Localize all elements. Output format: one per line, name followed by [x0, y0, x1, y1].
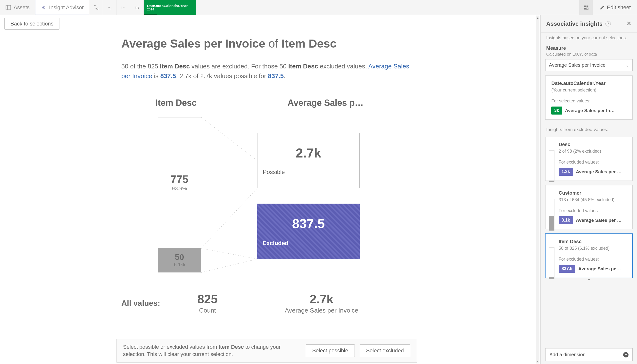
assets-button[interactable]: Assets: [0, 0, 35, 15]
select-excluded-button[interactable]: Select excluded: [360, 344, 410, 357]
selection-chip-field: Date.autoCalendar.Year: [147, 4, 193, 8]
insight-card-item-desc[interactable]: Item Desc 50 of 825 (6.1% excluded) For …: [545, 234, 633, 278]
all-values-count-label: Count: [176, 307, 239, 314]
insight-card-customer[interactable]: Customer 313 of 684 (45.8% excluded) For…: [545, 185, 633, 229]
insight-label: Insight Advisor: [49, 4, 84, 11]
add-dimension-button[interactable]: Add a dimension +: [545, 348, 633, 361]
svg-line-6: [98, 9, 98, 10]
excluded-measure-label: Excluded: [262, 240, 354, 246]
all-values-label: All values:: [121, 299, 176, 308]
insight-card-sub: 313 of 684 (45.8% excluded): [558, 197, 628, 202]
selection-card-metric: Average Sales per In…: [565, 108, 615, 113]
svg-rect-25: [549, 277, 554, 279]
add-dimension-label: Add a dimension: [550, 352, 586, 358]
close-panel-button[interactable]: ✕: [626, 20, 632, 28]
breakdown-chart: Item Desc Average Sales per I… 775 93.9%…: [121, 98, 506, 285]
possible-measure-label: Possible: [263, 169, 354, 176]
scroll-down-icon[interactable]: ▾: [536, 360, 540, 363]
connector-line: [201, 259, 258, 274]
all-values-row: All values: 825 Count 2.7k Average Sales…: [121, 292, 506, 314]
selection-card-chip: 3k: [551, 106, 562, 114]
svg-rect-13: [586, 5, 588, 7]
excluded-measure-box[interactable]: 837.5 Excluded: [257, 204, 360, 259]
svg-rect-12: [584, 5, 586, 7]
all-values-measure-label: Average Sales per Invoice: [254, 307, 390, 314]
insight-card-title: Customer: [558, 190, 628, 196]
insight-card-sub: 50 of 825 (6.1% excluded): [558, 246, 628, 251]
clear-selections-button[interactable]: [130, 0, 144, 15]
selection-footer: Select possible or excluded values from …: [116, 339, 417, 362]
insight-card-chip: 1.3k: [558, 168, 573, 176]
dimension-bar: 775 93.9% 50 6.1%: [158, 117, 201, 272]
selections-tool-button[interactable]: [580, 0, 592, 15]
svg-line-19: [201, 259, 258, 272]
svg-line-16: [201, 117, 258, 161]
explanation-text: 50 of the 825 Item Desc values are exclu…: [121, 62, 412, 81]
selection-chip-value: 2014: [147, 8, 193, 11]
svg-rect-20: [549, 150, 554, 182]
svg-rect-15: [586, 8, 588, 9]
connector-line: [201, 117, 258, 161]
svg-rect-23: [549, 216, 554, 230]
spark-icon: [548, 196, 556, 236]
step-forward-icon: [120, 5, 126, 10]
spark-icon: [548, 148, 556, 187]
main-area: Back to selections Average Sales per Inv…: [0, 15, 541, 364]
insight-card-chip: 837.5: [558, 265, 575, 273]
excluded-measure-value: 837.5: [262, 216, 354, 231]
selection-card-for: For selected values:: [551, 98, 628, 104]
assets-label: Assets: [14, 4, 30, 11]
scrollbar[interactable]: ▴ ▾: [536, 16, 540, 364]
plus-icon: +: [623, 352, 628, 358]
selection-card-sub: (Your current selection): [551, 88, 628, 93]
measure-dropdown-value: Average Sales per Invoice: [549, 62, 606, 68]
all-values-measure: 2.7k: [254, 292, 390, 306]
step-back-icon: [107, 5, 112, 10]
svg-rect-4: [94, 5, 97, 8]
title-dimension: Item Desc: [282, 37, 336, 50]
selections-tool-icon: [584, 5, 589, 10]
measure-dropdown[interactable]: Average Sales per Invoice ⌄: [545, 59, 633, 71]
insight-card-for: For excluded values:: [558, 160, 628, 165]
scroll-up-icon[interactable]: ▴: [536, 16, 540, 20]
possible-segment[interactable]: 775 93.9%: [158, 118, 201, 248]
title-measure: Average Sales per Invoice: [121, 37, 265, 50]
excluded-segment[interactable]: 50 6.1%: [158, 248, 201, 272]
divider: [121, 286, 496, 286]
step-forward-button[interactable]: [116, 0, 130, 15]
page-title: Average Sales per Invoice of Item Desc: [121, 37, 506, 50]
selection-chip[interactable]: Date.autoCalendar.Year 2014: [144, 0, 196, 15]
insight-card-for: For excluded values:: [558, 208, 628, 213]
edit-sheet-button[interactable]: Edit sheet: [592, 0, 637, 15]
more-insights-indicator[interactable]: [588, 279, 590, 281]
panel-note: Insights based on your current selection…: [546, 36, 632, 40]
selection-card-title: Date.autoCalendar.Year: [551, 80, 628, 86]
chevron-down-icon: ⌄: [626, 63, 629, 68]
svg-point-3: [43, 7, 44, 8]
current-selection-card[interactable]: Date.autoCalendar.Year (Your current sel…: [545, 76, 633, 120]
help-icon[interactable]: ?: [606, 21, 611, 26]
pencil-icon: [599, 5, 604, 10]
insight-card-for: For excluded values:: [558, 257, 628, 262]
back-to-selections-button[interactable]: Back to selections: [4, 18, 60, 30]
insight-card-metric: Average Sales per …: [576, 169, 622, 174]
smart-search-button[interactable]: [89, 0, 103, 15]
svg-rect-24: [549, 248, 554, 279]
insight-advisor-button[interactable]: Insight Advisor: [35, 0, 89, 15]
all-values-count: 825: [176, 292, 239, 306]
insight-card-sub: 2 of 98 (2% excluded): [558, 149, 628, 154]
title-of: of: [269, 37, 278, 50]
possible-measure-box[interactable]: 2.7k Possible: [257, 133, 360, 188]
connector-line: [201, 188, 258, 248]
possible-count: 775: [158, 173, 201, 186]
top-toolbar: Assets Insight Advisor Date.autoCalendar…: [0, 0, 637, 15]
svg-rect-21: [549, 180, 554, 182]
insight-card-desc[interactable]: Desc 2 of 98 (2% excluded) For excluded …: [545, 136, 633, 181]
spark-icon: [548, 245, 556, 284]
select-possible-button[interactable]: Select possible: [306, 344, 355, 357]
insight-card-metric: Average Sales per …: [576, 218, 622, 223]
step-back-button[interactable]: [103, 0, 116, 15]
search-selection-icon: [94, 5, 99, 10]
associative-insights-panel: Associative insights ? ✕ Insights based …: [541, 15, 637, 364]
selection-footer-text: Select possible or excluded values from …: [123, 343, 301, 358]
